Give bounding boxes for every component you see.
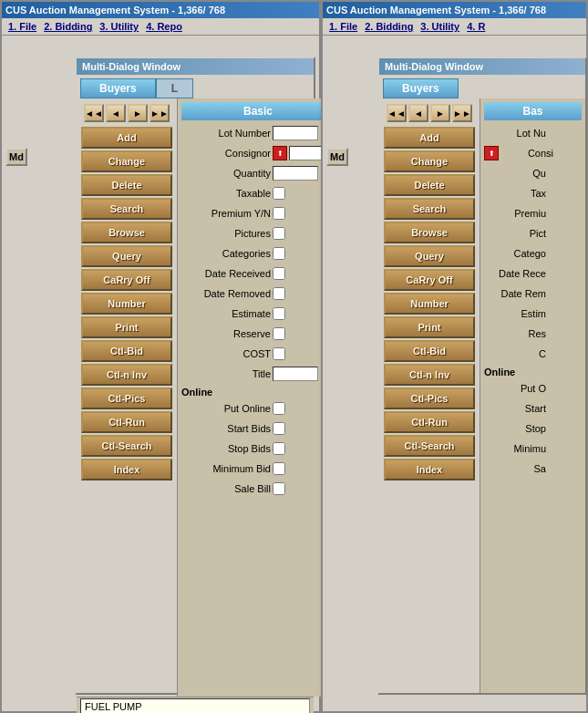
taxable-checkbox[interactable] xyxy=(273,187,285,200)
number-button-2[interactable]: Number xyxy=(384,293,475,315)
estimate-checkbox[interactable] xyxy=(273,307,285,320)
nav-next-2[interactable]: ► xyxy=(430,104,450,122)
reserve-checkbox[interactable] xyxy=(273,327,285,340)
menu-file-2[interactable]: 1. File xyxy=(326,20,360,33)
field-row-lot-2: Lot Nu xyxy=(484,124,582,142)
min-bid-checkbox[interactable] xyxy=(273,462,285,475)
field-row-pictures: Pictures xyxy=(181,224,335,243)
start-bids-checkbox[interactable] xyxy=(273,422,285,435)
nav-next-1[interactable]: ► xyxy=(128,104,148,122)
md-button-1[interactable]: Md xyxy=(5,148,27,166)
delete-button-2[interactable]: Delete xyxy=(384,174,475,196)
query-button-2[interactable]: Query xyxy=(384,245,475,267)
nav-first-2[interactable]: ◄◄ xyxy=(387,104,407,122)
field-row-start-bids: Start Bids xyxy=(181,419,335,438)
query-button-1[interactable]: Query xyxy=(81,245,172,267)
field-row-reserve: Reserve xyxy=(181,325,335,343)
ctl-n-inv-button-2[interactable]: Ctl-n Inv xyxy=(384,364,475,386)
ctl-bid-button-2[interactable]: Ctl-Bid xyxy=(384,340,475,362)
ctl-run-button-1[interactable]: Ctl-Run xyxy=(81,411,172,433)
put-online-label: Put Online xyxy=(181,403,273,414)
field-row-date-removed-2: Date Rem xyxy=(484,284,582,303)
nav-prev-2[interactable]: ◄ xyxy=(408,104,428,122)
add-button-1[interactable]: Add xyxy=(81,127,172,149)
add-button-2[interactable]: Add xyxy=(384,127,475,149)
stop-bids-checkbox[interactable] xyxy=(273,442,285,455)
cost-checkbox[interactable] xyxy=(273,347,285,360)
menu-file-1[interactable]: 1. File xyxy=(5,20,39,33)
multi-dialog-2: Multi-Dialog Window Buyers ◄◄ ◄ ► ►► Add… xyxy=(377,57,587,695)
ctl-search-button-2[interactable]: Ctl-Search xyxy=(384,435,475,457)
menu-utility-2[interactable]: 3. Utility xyxy=(418,20,462,33)
other-tab-1[interactable]: L xyxy=(156,78,193,98)
menu-bar-2: 1. File 2. Bidding 3. Utility 4. R xyxy=(323,18,586,36)
quantity-input[interactable] xyxy=(273,166,318,181)
menu-repo-1[interactable]: 4. Repo xyxy=(143,20,185,33)
field-row-categories: Categories xyxy=(181,244,335,263)
menu-utility-1[interactable]: 3. Utility xyxy=(97,20,141,33)
put-online-checkbox[interactable] xyxy=(273,402,285,415)
tab-area-2: Buyers xyxy=(379,75,585,98)
search-button-1[interactable]: Search xyxy=(81,198,172,220)
field-row-sale-bill: Sale Bill xyxy=(181,480,335,498)
menu-bidding-1[interactable]: 2. Bidding xyxy=(41,20,95,33)
field-row-quantity: Quantity xyxy=(181,164,335,182)
consignor-icon-2[interactable]: ⬆ xyxy=(484,146,499,160)
ctl-bid-button-1[interactable]: Ctl-Bid xyxy=(81,340,172,362)
ctl-n-inv-button-1[interactable]: Ctl-n Inv xyxy=(81,364,172,386)
browse-button-2[interactable]: Browse xyxy=(384,222,475,243)
estimate-label-2: Estim xyxy=(484,308,548,319)
sale-bill-checkbox[interactable] xyxy=(273,482,285,495)
nav-prev-1[interactable]: ◄ xyxy=(106,104,126,122)
field-row-premium-2: Premiu xyxy=(484,204,582,222)
menu-repo-2[interactable]: 4. R xyxy=(464,20,488,33)
date-removed-label-2: Date Rem xyxy=(484,288,548,299)
carry-off-button-1[interactable]: CaRry Off xyxy=(81,269,172,291)
taxable-label-2: Tax xyxy=(484,188,548,199)
ctl-search-button-1[interactable]: Ctl-Search xyxy=(81,435,172,457)
lot-number-input[interactable] xyxy=(273,126,318,140)
nav-first-1[interactable]: ◄◄ xyxy=(84,104,104,122)
nav-last-2[interactable]: ►► xyxy=(452,104,472,122)
taxable-label: Taxable xyxy=(181,188,273,199)
date-received-checkbox[interactable] xyxy=(273,267,285,280)
print-button-2[interactable]: Print xyxy=(384,316,475,338)
ctl-run-button-2[interactable]: Ctl-Run xyxy=(384,411,475,433)
ctl-pics-button-2[interactable]: Ctl-Pics xyxy=(384,388,475,409)
md-button-2[interactable]: Md xyxy=(326,148,348,166)
index-button-2[interactable]: Index xyxy=(384,459,475,480)
quantity-label-2: Qu xyxy=(484,168,548,179)
date-received-label-2: Date Rece xyxy=(484,268,548,279)
date-removed-label: Date Removed xyxy=(181,288,273,299)
buyers-tab-1[interactable]: Buyers xyxy=(80,78,156,98)
main-content-1: ◄◄ ◄ ► ►► Add Change Delete Search Brows… xyxy=(77,98,314,697)
pictures-checkbox[interactable] xyxy=(273,227,285,240)
right-panel-1: Basic Lot Number Consignor ⬆ Quantity xyxy=(177,98,338,697)
number-button-1[interactable]: Number xyxy=(81,293,172,315)
carry-off-button-2[interactable]: CaRry Off xyxy=(384,269,475,291)
nav-last-1[interactable]: ►► xyxy=(150,104,170,122)
field-row-put-online: Put Online xyxy=(181,399,335,418)
status-text-1: FUEL PUMP xyxy=(80,698,310,714)
print-button-1[interactable]: Print xyxy=(81,316,172,338)
menu-bidding-2[interactable]: 2. Bidding xyxy=(362,20,416,33)
consignor-icon[interactable]: ⬆ xyxy=(273,146,287,160)
delete-button-1[interactable]: Delete xyxy=(81,174,172,196)
change-button-1[interactable]: Change xyxy=(81,150,172,172)
search-button-2[interactable]: Search xyxy=(384,198,475,220)
ctl-pics-button-1[interactable]: Ctl-Pics xyxy=(81,388,172,409)
field-row-reserve-2: Res xyxy=(484,325,582,343)
online-section-2: Online xyxy=(484,367,582,377)
date-removed-checkbox[interactable] xyxy=(273,287,285,300)
dialog-title-2: Multi-Dialog Window xyxy=(379,58,585,75)
change-button-2[interactable]: Change xyxy=(384,150,475,172)
buyers-tab-2[interactable]: Buyers xyxy=(383,78,459,98)
consignor-label: Consignor xyxy=(181,148,273,159)
min-bid-label: Minimum Bid xyxy=(181,463,273,474)
browse-button-1[interactable]: Browse xyxy=(81,222,172,243)
menu-bar-1: 1. File 2. Bidding 3. Utility 4. Repo xyxy=(2,18,319,36)
premium-checkbox[interactable] xyxy=(273,207,285,220)
index-button-1[interactable]: Index xyxy=(81,459,172,480)
title-input[interactable] xyxy=(273,367,318,381)
categories-checkbox[interactable] xyxy=(273,247,285,260)
